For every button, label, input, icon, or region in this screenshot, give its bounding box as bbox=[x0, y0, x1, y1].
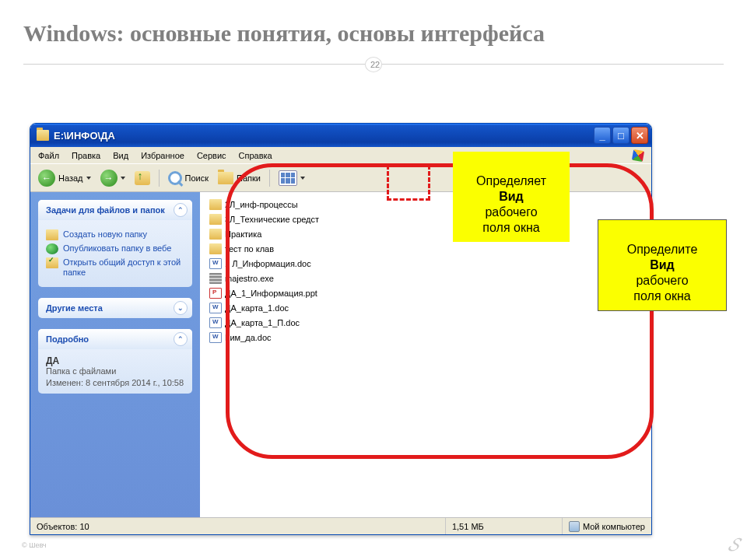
file-item[interactable]: ДА_1_Информация.ppt bbox=[208, 286, 644, 300]
close-button[interactable]: ✕ bbox=[631, 127, 648, 144]
views-icon bbox=[279, 170, 297, 186]
file-name: ДА_1_Информация.ppt bbox=[225, 289, 317, 298]
up-button[interactable] bbox=[132, 168, 153, 188]
file-name: Практика bbox=[225, 229, 261, 239]
callout-defines-view: ОпределяетВидрабочего поля окна bbox=[453, 152, 570, 242]
search-button[interactable]: Поиск bbox=[165, 168, 212, 188]
tasks-panel: Задачи для файлов и папок ⌃ Создать нову… bbox=[38, 200, 192, 287]
views-button[interactable] bbox=[275, 168, 308, 188]
collapse-icon[interactable]: ⌃ bbox=[174, 332, 188, 346]
file-item[interactable]: 1 Л_Информация.doc bbox=[208, 257, 644, 271]
window-title: E:\ИНФО\ДА bbox=[54, 130, 594, 142]
file-list[interactable]: 2Л_инф-процессы3Л_Технические средстПрак… bbox=[200, 192, 651, 517]
folder-icon bbox=[209, 199, 222, 210]
statusbar: Объектов: 10 1,51 МБ Мой компьютер bbox=[30, 517, 651, 534]
up-folder-icon bbox=[135, 171, 150, 185]
file-item[interactable]: тест по клав bbox=[208, 242, 644, 256]
task-label: Создать новую папку bbox=[63, 229, 147, 240]
menu-tools[interactable]: Сервис bbox=[191, 147, 233, 163]
slide-title: Windows: основные понятия, основы интерф… bbox=[0, 0, 747, 47]
menu-help[interactable]: Справка bbox=[233, 147, 279, 163]
tasks-title: Задачи для файлов и папок bbox=[46, 205, 165, 215]
file-name: 2Л_инф-процессы bbox=[225, 200, 298, 209]
places-title: Другие места bbox=[46, 303, 103, 313]
slide-footer-credit: © Шевч bbox=[22, 541, 46, 549]
details-modified: Изменен: 8 сентября 2014 г., 10:58 bbox=[46, 378, 184, 387]
forward-button[interactable] bbox=[97, 168, 128, 188]
status-size: 1,51 МБ bbox=[446, 518, 563, 534]
menu-favorites[interactable]: Избранное bbox=[135, 147, 191, 163]
status-location: Мой компьютер bbox=[583, 522, 645, 531]
share-folder-icon bbox=[46, 257, 58, 268]
file-item[interactable]: Ким_да.doc bbox=[208, 331, 644, 345]
task-label: Опубликовать папку в вебе bbox=[63, 243, 171, 254]
back-button[interactable]: Назад bbox=[35, 168, 94, 188]
folders-icon bbox=[218, 172, 233, 184]
file-item[interactable]: Практика bbox=[208, 227, 644, 241]
task-create-folder[interactable]: Создать новую папку bbox=[46, 229, 184, 240]
search-icon bbox=[168, 171, 182, 185]
folder-icon bbox=[209, 214, 222, 225]
minimize-button[interactable]: _ bbox=[594, 127, 611, 144]
slide-number: 22 bbox=[365, 57, 382, 72]
task-publish-web[interactable]: Опубликовать папку в вебе bbox=[46, 243, 184, 254]
menu-edit[interactable]: Правка bbox=[65, 147, 107, 163]
file-item[interactable]: ДА_карта_1_П.doc bbox=[208, 316, 644, 330]
computer-icon bbox=[569, 521, 580, 532]
windows-flag-icon bbox=[626, 147, 650, 164]
places-panel: Другие места ⌄ bbox=[38, 298, 192, 318]
file-name: ДА_карта_1_П.doc bbox=[225, 318, 300, 327]
collapse-icon[interactable]: ⌃ bbox=[174, 203, 188, 217]
folder-icon bbox=[37, 130, 49, 141]
details-title: Подробно bbox=[46, 334, 89, 344]
details-panel: Подробно ⌃ ДА Папка с файлами Изменен: 8… bbox=[38, 329, 192, 394]
folder-icon bbox=[209, 243, 222, 254]
file-item[interactable]: majestro.exe bbox=[208, 271, 644, 285]
back-label: Назад bbox=[58, 173, 83, 183]
menu-view[interactable]: Вид bbox=[107, 147, 135, 163]
status-objects: Объектов: 10 bbox=[30, 518, 446, 534]
file-name: 1 Л_Информация.doc bbox=[225, 259, 311, 268]
chevron-down-icon bbox=[86, 177, 91, 180]
file-item[interactable]: 2Л_инф-процессы bbox=[208, 198, 644, 212]
task-label: Открыть общий доступ к этой папке bbox=[63, 257, 184, 278]
search-label: Поиск bbox=[185, 173, 209, 183]
folders-button[interactable]: Папки bbox=[215, 168, 264, 188]
folder-icon bbox=[46, 229, 58, 240]
file-item[interactable]: ДА_карта_1.doc bbox=[208, 301, 644, 315]
file-name: тест по клав bbox=[225, 244, 274, 254]
doc-file-icon bbox=[209, 303, 222, 313]
titlebar[interactable]: E:\ИНФО\ДА _ □ ✕ bbox=[30, 124, 651, 147]
details-name: ДА bbox=[46, 355, 184, 366]
file-name: ДА_карта_1.doc bbox=[225, 303, 289, 313]
globe-icon bbox=[46, 243, 58, 254]
expand-icon[interactable]: ⌄ bbox=[174, 301, 188, 315]
forward-arrow-icon bbox=[100, 170, 117, 187]
menu-file[interactable]: Файл bbox=[32, 147, 65, 163]
callout-determine-view: ОпределитеВидрабочего поля окна bbox=[598, 219, 727, 311]
chevron-down-icon bbox=[121, 177, 125, 180]
file-name: 3Л_Технические средст bbox=[225, 215, 319, 224]
maximize-button[interactable]: □ bbox=[612, 127, 630, 144]
file-item[interactable]: 3Л_Технические средст bbox=[208, 212, 644, 226]
chevron-down-icon bbox=[300, 177, 305, 180]
doc-file-icon bbox=[209, 258, 222, 269]
task-share-folder[interactable]: Открыть общий доступ к этой папке bbox=[46, 257, 184, 278]
back-arrow-icon bbox=[38, 170, 55, 187]
exe-file-icon bbox=[209, 273, 222, 284]
slide-scribble-icon: 𝓢 bbox=[728, 534, 739, 555]
file-name: Ким_да.doc bbox=[225, 333, 272, 342]
doc-file-icon bbox=[209, 332, 222, 343]
ppt-file-icon bbox=[209, 288, 222, 299]
doc-file-icon bbox=[209, 317, 222, 328]
folders-label: Папки bbox=[237, 173, 261, 183]
details-type: Папка с файлами bbox=[46, 366, 184, 376]
side-panel: Задачи для файлов и папок ⌃ Создать нову… bbox=[30, 192, 200, 517]
file-name: majestro.exe bbox=[225, 274, 274, 283]
folder-icon bbox=[209, 229, 222, 240]
